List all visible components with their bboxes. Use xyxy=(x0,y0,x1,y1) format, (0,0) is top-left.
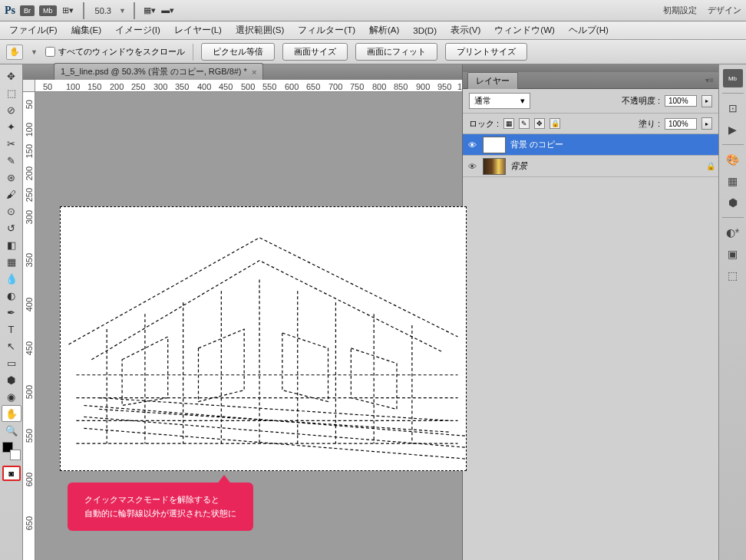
hand-tool-icon[interactable]: ✋ xyxy=(6,44,23,60)
film-icon[interactable]: ⊞▾ xyxy=(61,5,75,17)
visibility-icon[interactable]: 👁 xyxy=(466,140,478,150)
blend-mode-select[interactable]: 通常▾ xyxy=(469,93,530,109)
menu-image[interactable]: イメージ(I) xyxy=(109,22,167,38)
layer-row[interactable]: 👁 背景 のコピー xyxy=(463,134,718,156)
eraser-tool[interactable]: ◧ xyxy=(2,236,21,253)
zoom-tool[interactable]: 🔍 xyxy=(2,422,21,439)
background-color[interactable] xyxy=(10,450,21,460)
print-size-button[interactable]: プリントサイズ xyxy=(445,43,527,61)
visibility-icon[interactable]: 👁 xyxy=(466,162,478,171)
menu-select[interactable]: 選択範囲(S) xyxy=(229,22,290,38)
scroll-all-checkbox[interactable]: すべてのウィンドウをスクロール xyxy=(45,46,185,58)
menu-layer[interactable]: レイヤー(L) xyxy=(168,22,228,38)
type-tool[interactable]: T xyxy=(2,321,21,338)
history-brush-tool[interactable]: ↺ xyxy=(2,219,21,236)
scroll-all-input[interactable] xyxy=(45,47,55,57)
marquee-tool[interactable]: ⬚ xyxy=(2,84,21,101)
layer-thumbnail[interactable] xyxy=(483,137,506,153)
masks-panel-icon[interactable]: ▣ xyxy=(723,245,743,263)
color-panel-icon[interactable]: 🎨 xyxy=(723,150,743,169)
paths-panel-icon[interactable]: ⬚ xyxy=(723,266,743,285)
layer-name[interactable]: 背景 のコピー xyxy=(510,139,715,150)
path-tool[interactable]: ↖ xyxy=(2,338,21,354)
eyedropper-tool[interactable]: ✎ xyxy=(2,152,21,169)
panels-dock: レイヤー ▾≡ 通常▾ 不透明度 : 100% ▸ ロック : ▦ ✎ ✥ 🔒 … xyxy=(462,64,718,560)
zoom-dropdown-icon[interactable]: ▼ xyxy=(119,7,126,15)
lock-row: ロック : ▦ ✎ ✥ 🔒 塗り : 100% ▸ xyxy=(463,114,718,134)
callout-line2: 自動的に輪郭線以外が選択された状態に xyxy=(84,507,236,521)
line-art-image xyxy=(61,207,466,470)
bridge-button[interactable]: Br xyxy=(20,5,35,16)
mb-panel-icon[interactable]: Mb xyxy=(723,69,743,87)
layers-tab[interactable]: レイヤー xyxy=(467,72,518,89)
fit-on-screen-button[interactable]: 画面にフィット xyxy=(355,43,437,61)
crop-tool[interactable]: ✂ xyxy=(2,135,21,152)
blur-tool[interactable]: 💧 xyxy=(2,270,21,287)
pen-tool[interactable]: ✒ xyxy=(2,304,21,321)
menu-edit[interactable]: 編集(E) xyxy=(65,22,107,38)
ruler-vertical[interactable]: 50100 150200 250300 350400 450500 550600… xyxy=(23,92,35,560)
quickmask-button[interactable]: ◙ xyxy=(2,466,21,481)
hand-tool[interactable]: ✋ xyxy=(2,405,21,422)
scroll-all-label: すべてのウィンドウをスクロール xyxy=(58,46,185,58)
fill-input[interactable]: 100% xyxy=(665,118,697,130)
3d-tool[interactable]: ⬢ xyxy=(2,371,21,388)
brush-tool[interactable]: 🖌 xyxy=(2,186,21,203)
arrange-icon[interactable]: ▦▾ xyxy=(143,5,157,17)
document-tabbar: 1_5_line.psd @ 50.3% (背景 のコピー, RGB/8#) *… xyxy=(23,64,462,80)
magic-wand-tool[interactable]: ✦ xyxy=(2,118,21,135)
shape-tool[interactable]: ▭ xyxy=(2,354,21,371)
lasso-tool[interactable]: ⊘ xyxy=(2,101,21,118)
layer-thumbnail[interactable] xyxy=(483,158,506,175)
workspace-design[interactable]: デザイン xyxy=(708,5,741,16)
zoom-value[interactable]: 50.3 xyxy=(92,6,114,15)
actions-panel-icon[interactable]: ▶ xyxy=(723,120,743,139)
options-bar: ✋ ▼ すべてのウィンドウをスクロール ピクセル等倍 画面サイズ 画面にフィット… xyxy=(0,40,746,64)
ps-logo: Ps xyxy=(5,5,15,17)
dodge-tool[interactable]: ◐ xyxy=(2,287,21,304)
3d-camera-tool[interactable]: ◉ xyxy=(2,388,21,405)
menu-view[interactable]: 表示(V) xyxy=(444,22,487,38)
opacity-input[interactable]: 100% xyxy=(665,95,697,107)
stamp-tool[interactable]: ⊙ xyxy=(2,203,21,219)
fit-screen-button[interactable]: 画面サイズ xyxy=(282,43,348,61)
healing-tool[interactable]: ⊛ xyxy=(2,169,21,186)
document-tab[interactable]: 1_5_line.psd @ 50.3% (背景 のコピー, RGB/8#) *… xyxy=(54,63,263,80)
layer-row[interactable]: 👁 背景 🔒 xyxy=(463,156,718,177)
move-tool[interactable]: ✥ xyxy=(2,68,21,84)
menubar: ファイル(F) 編集(E) イメージ(I) レイヤー(L) 選択範囲(S) フィ… xyxy=(0,21,746,40)
screen-icon[interactable]: ▬▾ xyxy=(161,5,175,17)
panel-menu-icon[interactable]: ▾≡ xyxy=(705,76,714,84)
tool-preset-dropdown-icon[interactable]: ▼ xyxy=(31,48,38,56)
toolbox: ✥ ⬚ ⊘ ✦ ✂ ✎ ⊛ 🖌 ⊙ ↺ ◧ ▦ 💧 ◐ ✒ T ↖ ▭ ⬢ ◉ … xyxy=(0,64,23,560)
canvas-area[interactable]: 50100 150200 250300 350400 450500 550600… xyxy=(23,80,462,560)
lock-transparent-icon[interactable]: ▦ xyxy=(503,118,514,129)
lock-image-icon[interactable]: ✎ xyxy=(519,118,530,129)
styles-panel-icon[interactable]: ⬢ xyxy=(723,193,743,212)
history-panel-icon[interactable]: ⊡ xyxy=(723,99,743,117)
ruler-origin[interactable] xyxy=(23,80,35,92)
canvas[interactable] xyxy=(60,206,467,471)
actual-pixels-button[interactable]: ピクセル等倍 xyxy=(201,43,275,61)
fill-slider-icon[interactable]: ▸ xyxy=(701,117,712,130)
menu-window[interactable]: ウィンドウ(W) xyxy=(488,22,561,38)
menu-filter[interactable]: フィルター(T) xyxy=(292,22,361,38)
menu-3d[interactable]: 3D(D) xyxy=(407,24,443,38)
divider xyxy=(134,2,135,19)
gradient-tool[interactable]: ▦ xyxy=(2,253,21,270)
ruler-horizontal[interactable]: 50100 150200 250300 350400 450500 550600… xyxy=(35,80,462,92)
menu-file[interactable]: ファイル(F) xyxy=(3,22,64,38)
lock-position-icon[interactable]: ✥ xyxy=(534,118,545,129)
lock-all-icon[interactable]: 🔒 xyxy=(550,118,560,129)
opacity-label: 不透明度 : xyxy=(622,95,660,107)
adjustments-panel-icon[interactable]: ◐* xyxy=(723,223,743,242)
menu-help[interactable]: ヘルプ(H) xyxy=(563,22,615,38)
opacity-slider-icon[interactable]: ▸ xyxy=(701,95,712,107)
color-swatches[interactable] xyxy=(2,442,21,460)
minibridge-button[interactable]: Mb xyxy=(39,5,57,16)
menu-analysis[interactable]: 解析(A) xyxy=(363,22,405,38)
workspace-default[interactable]: 初期設定 xyxy=(663,5,697,16)
layer-name[interactable]: 背景 xyxy=(510,160,701,172)
swatches-panel-icon[interactable]: ▦ xyxy=(723,172,743,190)
close-icon[interactable]: × xyxy=(252,68,256,77)
